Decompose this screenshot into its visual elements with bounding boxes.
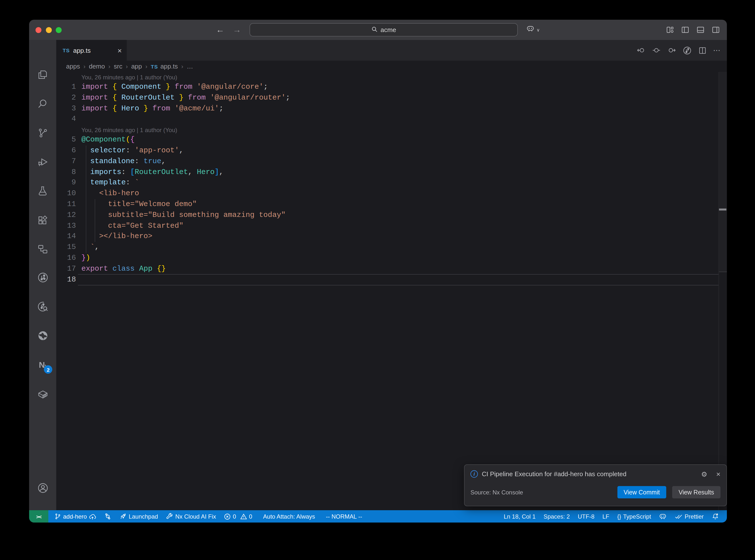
- nx-cloud-fix-item[interactable]: Nx Cloud AI Fix: [162, 510, 220, 522]
- explorer-icon[interactable]: [29, 67, 56, 82]
- source-control-icon[interactable]: [29, 125, 56, 140]
- search-view-icon[interactable]: [29, 96, 56, 111]
- nx-console-icon[interactable]: N› 2: [29, 358, 56, 373]
- close-window-button[interactable]: [36, 27, 41, 33]
- code-line[interactable]: 12 subtitle="Build something amazing tod…: [56, 210, 727, 221]
- indentation-item[interactable]: Spaces: 2: [539, 510, 574, 522]
- swirl-icon[interactable]: [29, 328, 56, 343]
- breadcrumb[interactable]: apps›demo›src›app›TSapp.ts›…: [56, 61, 727, 72]
- forward-icon[interactable]: →: [233, 20, 241, 40]
- containers-icon[interactable]: [29, 387, 56, 402]
- code-text: cta="Get Started": [76, 221, 183, 232]
- eol-item[interactable]: LF: [598, 510, 613, 522]
- notification-settings-icon[interactable]: ⚙: [701, 470, 707, 478]
- code-line[interactable]: 15 `,: [56, 242, 727, 253]
- toggle-panel-icon[interactable]: [696, 26, 705, 34]
- code-line[interactable]: 18: [56, 274, 727, 285]
- copilot-status-item[interactable]: [655, 510, 671, 522]
- remote-indicator[interactable]: ><: [29, 510, 48, 522]
- line-number: 5: [56, 135, 76, 145]
- code-line[interactable]: 5@Component({: [56, 135, 727, 145]
- double-check-icon: [675, 513, 683, 520]
- hierarchy-icon[interactable]: [29, 242, 56, 256]
- gitlens-inspect-icon[interactable]: [29, 299, 56, 314]
- notifications-bell-item[interactable]: [708, 510, 723, 522]
- code-line[interactable]: 16}): [56, 253, 727, 264]
- code-text: template: `: [76, 178, 139, 188]
- tab-app-ts[interactable]: TS app.ts ×: [56, 40, 127, 61]
- code-line[interactable]: 14 ></lib-hero>: [56, 232, 727, 242]
- breadcrumb-item[interactable]: app: [131, 63, 142, 70]
- notification-title: CI Pipeline Execution for #add-hero has …: [482, 470, 697, 478]
- blame-annotation: You, 26 minutes ago | 1 author (You): [56, 72, 727, 82]
- breadcrumb-item[interactable]: TSapp.ts: [151, 63, 178, 70]
- code-line[interactable]: 11 title="Welcmoe demo": [56, 199, 727, 210]
- chevron-down-icon: ∨: [537, 27, 540, 32]
- formatter-label: Prettier: [685, 513, 704, 520]
- launchpad-item[interactable]: Launchpad: [115, 510, 162, 522]
- overview-ruler-marker: [719, 208, 727, 211]
- code-text: subtitle="Build something amazing today": [76, 210, 285, 221]
- problems-item[interactable]: 0 0: [220, 510, 256, 522]
- formatter-item[interactable]: Prettier: [671, 510, 708, 522]
- breadcrumb-item[interactable]: apps: [66, 63, 80, 70]
- previous-change-icon[interactable]: [637, 46, 645, 54]
- line-number: 3: [56, 103, 76, 114]
- back-icon[interactable]: ←: [216, 20, 224, 40]
- code-line[interactable]: 13 cta="Get Started": [56, 221, 727, 232]
- vim-mode-item[interactable]: -- NORMAL --: [322, 510, 366, 522]
- scrollbar-slider[interactable]: [719, 72, 727, 272]
- git-compare-item[interactable]: [100, 510, 115, 522]
- extensions-icon[interactable]: [29, 213, 56, 227]
- git-branch-item[interactable]: add-hero: [50, 510, 100, 522]
- cursor-position-item[interactable]: Ln 18, Col 1: [500, 510, 539, 522]
- code-text: ></lib-hero>: [76, 232, 152, 242]
- line-number: 6: [56, 145, 76, 156]
- line-number: 7: [56, 156, 76, 167]
- code-line[interactable]: 3import { Hero } from '@acme/ui';: [56, 103, 727, 114]
- breadcrumb-item[interactable]: src: [114, 63, 122, 70]
- zoom-window-button[interactable]: [56, 27, 62, 33]
- breadcrumb-item[interactable]: …: [187, 63, 193, 70]
- code-text: [76, 274, 81, 285]
- code-line[interactable]: 17export class App {}: [56, 264, 727, 275]
- code-line[interactable]: 7 standalone: true,: [56, 156, 727, 167]
- notification-close-icon[interactable]: ×: [716, 470, 720, 478]
- code-line[interactable]: 6 selector: 'app-root',: [56, 145, 727, 156]
- view-commit-button[interactable]: View Commit: [617, 486, 666, 498]
- more-actions-icon[interactable]: ⋯: [713, 46, 721, 55]
- minimize-window-button[interactable]: [46, 27, 52, 33]
- code-line[interactable]: 8 imports: [RouterOutlet, Hero],: [56, 167, 727, 178]
- gitlens-icon[interactable]: [29, 270, 56, 285]
- code-editor[interactable]: You, 26 minutes ago | 1 author (You)1imp…: [56, 72, 727, 510]
- line-number: 2: [56, 93, 76, 103]
- next-change-icon[interactable]: [667, 46, 676, 54]
- view-results-button[interactable]: View Results: [672, 486, 720, 498]
- code-line[interactable]: 1import { Component } from '@angular/cor…: [56, 82, 727, 93]
- commit-graph-icon[interactable]: [682, 46, 692, 55]
- breadcrumb-item[interactable]: demo: [89, 63, 105, 70]
- line-number: 16: [56, 253, 76, 264]
- command-center-search[interactable]: acme: [250, 23, 518, 37]
- open-changes-icon[interactable]: [652, 46, 661, 54]
- auto-attach-item[interactable]: Auto Attach: Always: [259, 510, 319, 522]
- code-line[interactable]: 10 <lib-hero: [56, 188, 727, 199]
- split-editor-icon[interactable]: [698, 46, 707, 55]
- code-line[interactable]: 2import { RouterOutlet } from '@angular/…: [56, 93, 727, 103]
- copilot-menu[interactable]: ∨: [526, 20, 540, 40]
- encoding-item[interactable]: UTF-8: [574, 510, 598, 522]
- run-debug-icon[interactable]: [29, 154, 56, 169]
- breadcrumb-separator: ›: [145, 63, 147, 70]
- language-mode-item[interactable]: {} TypeScript: [613, 510, 655, 522]
- code-line[interactable]: 9 template: `: [56, 178, 727, 188]
- account-icon[interactable]: [29, 481, 56, 495]
- notification-toast: i CI Pipeline Execution for #add-hero ha…: [464, 464, 727, 506]
- search-value: acme: [380, 26, 396, 34]
- customize-layout-icon[interactable]: [666, 26, 674, 34]
- toggle-secondary-sidebar-icon[interactable]: [712, 26, 720, 34]
- toggle-primary-sidebar-icon[interactable]: [681, 26, 690, 34]
- tab-close-icon[interactable]: ×: [117, 46, 122, 54]
- code-text: import { RouterOutlet } from '@angular/r…: [76, 93, 290, 103]
- code-line[interactable]: 4: [56, 114, 727, 125]
- testing-icon[interactable]: [29, 183, 56, 198]
